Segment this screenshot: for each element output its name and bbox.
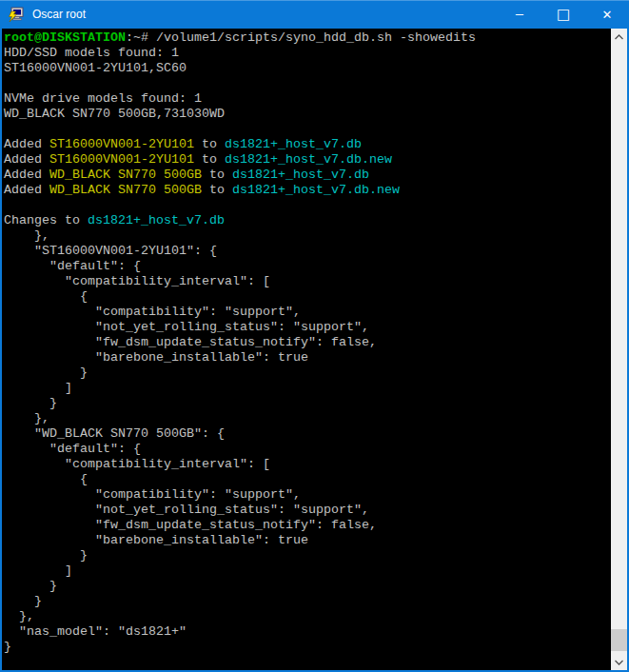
terminal-line: "fw_dsm_update_status_notify": false, <box>4 335 611 350</box>
terminal-text-segment: "not_yet_rolling_status": "support", <box>4 320 369 334</box>
terminal-line: }, <box>4 411 611 426</box>
terminal-text-segment: :~# /volume1/scripts/syno_hdd_db.sh -sho… <box>126 30 476 45</box>
terminal-text-segment: "default": { <box>4 259 141 273</box>
terminal-text-segment: "fw_dsm_update_status_notify": false, <box>4 335 377 349</box>
putty-window: Oscar root ─ □ ✕ root@DISKSTATION:~# /vo… <box>0 0 629 672</box>
terminal-text-segment: "WD_BLACK SN770 500GB": { <box>4 426 225 441</box>
terminal-line: "WD_BLACK SN770 500GB": { <box>4 426 611 442</box>
terminal-text-segment: to <box>202 168 232 182</box>
terminal-line: Added WD_BLACK SN770 500GB to ds1821+_ho… <box>4 168 611 183</box>
close-button[interactable]: ✕ <box>585 0 629 29</box>
terminal-line: }, <box>4 609 611 624</box>
terminal-line: root@DISKSTATION:~# /volume1/scripts/syn… <box>4 30 611 46</box>
terminal-text-segment: HDD/SSD models found: 1 <box>4 46 179 60</box>
terminal-line: "default": { <box>4 259 611 274</box>
terminal-line: "not_yet_rolling_status": "support", <box>4 503 611 518</box>
maximize-button[interactable]: □ <box>541 0 585 29</box>
terminal-text-segment: "not_yet_rolling_status": "support", <box>4 503 369 517</box>
terminal-line: "default": { <box>4 442 611 457</box>
terminal-text-segment: Changes to <box>4 213 88 227</box>
chevron-down-icon <box>615 660 623 665</box>
terminal-line: { <box>4 289 611 305</box>
terminal-line: Added ST16000VN001-2YU101 to ds1821+_hos… <box>4 137 611 152</box>
terminal-text-segment: Added <box>4 152 49 167</box>
terminal-text-segment: "compatibility": "support", <box>4 487 301 502</box>
terminal-text-segment: { <box>4 289 88 304</box>
title-bar[interactable]: Oscar root ─ □ ✕ <box>0 0 629 29</box>
terminal-line: { <box>4 472 611 487</box>
terminal-text-segment: "ST16000VN001-2YU101": { <box>4 244 217 258</box>
terminal-text-segment: }, <box>4 411 49 425</box>
terminal-text-segment: Added <box>4 183 49 197</box>
terminal-text-segment: ds1821+_host_v7.db <box>88 213 225 227</box>
terminal-text-segment: ] <box>4 381 72 395</box>
terminal-line: } <box>4 594 611 609</box>
terminal-text-segment: "barebone_installable": true <box>4 350 308 365</box>
terminal-line: } <box>4 548 611 563</box>
terminal-text-segment: }, <box>4 228 49 243</box>
terminal-line: Added WD_BLACK SN770 500GB to ds1821+_ho… <box>4 183 611 198</box>
terminal-line: "not_yet_rolling_status": "support", <box>4 320 611 335</box>
terminal-line: } <box>4 579 611 594</box>
terminal-text-segment: Added <box>4 168 49 182</box>
terminal-line: Added ST16000VN001-2YU101 to ds1821+_hos… <box>4 152 611 168</box>
terminal-line: NVMe drive models found: 1 <box>4 91 611 107</box>
terminal-line: HDD/SSD models found: 1 <box>4 46 611 61</box>
terminal-text-segment: "nas_model": "ds1821+" <box>4 624 187 639</box>
terminal-text-segment: "fw_dsm_update_status_notify": false, <box>4 518 377 532</box>
terminal-line: ST16000VN001-2YU101,SC60 <box>4 61 611 76</box>
minimize-button[interactable]: ─ <box>498 0 541 29</box>
terminal-text-segment: "barebone_installable": true <box>4 533 308 547</box>
terminal-text-segment: to <box>202 183 232 197</box>
terminal-line <box>4 76 611 91</box>
terminal-text-segment: root@DISKSTATION <box>4 30 126 45</box>
terminal-line: "barebone_installable": true <box>4 350 611 366</box>
terminal-text-segment: } <box>4 640 11 654</box>
scroll-up-button[interactable] <box>611 29 627 45</box>
terminal-text-segment: to <box>194 137 225 151</box>
terminal-text-segment: ds1821+_host_v7.db <box>225 137 362 151</box>
putty-terminal-icon[interactable] <box>7 7 24 23</box>
terminal-line: } <box>4 396 611 411</box>
terminal-line <box>4 198 611 213</box>
terminal-line: "barebone_installable": true <box>4 533 611 548</box>
scrollbar-thumb[interactable] <box>611 629 627 651</box>
scrollbar[interactable] <box>611 29 627 670</box>
terminal-text-segment: ds1821+_host_v7.db.new <box>225 152 392 167</box>
terminal-text-segment: "default": { <box>4 442 141 456</box>
terminal-text-segment: ST16000VN001-2YU101 <box>49 137 194 151</box>
window-title: Oscar root <box>32 8 86 21</box>
terminal-line: }, <box>4 228 611 244</box>
terminal-line: "ST16000VN001-2YU101": { <box>4 244 611 259</box>
terminal-text-segment: ds1821+_host_v7.db.new <box>232 183 400 197</box>
caption-buttons: ─ □ ✕ <box>498 0 629 29</box>
terminal-text-segment: } <box>4 396 57 410</box>
terminal-line: } <box>4 640 611 655</box>
terminal-line: "compatibility_interval": [ <box>4 457 611 472</box>
window-body: root@DISKSTATION:~# /volume1/scripts/syn… <box>2 29 627 670</box>
chevron-up-icon <box>615 34 623 40</box>
terminal-text-segment: WD_BLACK SN770 500GB <box>49 183 202 197</box>
terminal-line <box>4 122 611 137</box>
terminal-output[interactable]: root@DISKSTATION:~# /volume1/scripts/syn… <box>2 29 611 670</box>
terminal-text-segment: ST16000VN001-2YU101 <box>49 152 194 167</box>
terminal-text-segment: to <box>194 152 225 167</box>
terminal-line: "compatibility": "support", <box>4 305 611 320</box>
terminal-text-segment: } <box>4 548 88 563</box>
terminal-text-segment: NVMe drive models found: 1 <box>4 91 202 106</box>
terminal-text-segment: { <box>4 472 88 486</box>
terminal-text-segment: }, <box>4 609 34 623</box>
terminal-line: "compatibility_interval": [ <box>4 274 611 289</box>
terminal-line: Changes to ds1821+_host_v7.db <box>4 213 611 228</box>
terminal-text-segment: WD_BLACK SN770 500GB <box>49 168 202 182</box>
terminal-text-segment: ST16000VN001-2YU101,SC60 <box>4 61 187 75</box>
terminal-text-segment: } <box>4 579 57 593</box>
terminal-line: ] <box>4 563 611 579</box>
scroll-down-button[interactable] <box>611 654 627 670</box>
terminal-text-segment: ] <box>4 563 72 578</box>
terminal-text-segment: } <box>4 366 88 380</box>
terminal-line: "compatibility": "support", <box>4 487 611 503</box>
terminal-line: "fw_dsm_update_status_notify": false, <box>4 518 611 533</box>
terminal-line: ] <box>4 381 611 396</box>
terminal-line: } <box>4 366 611 381</box>
